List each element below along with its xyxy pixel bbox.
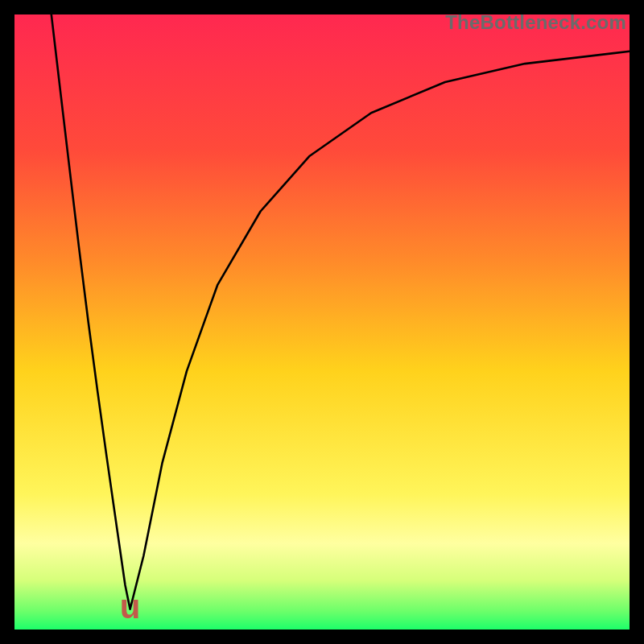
gradient-background — [14, 14, 630, 630]
plot-frame: u TheBottleneck.com — [14, 14, 630, 630]
bottleneck-chart — [14, 14, 630, 630]
watermark-text: TheBottleneck.com — [445, 11, 626, 34]
minimum-marker: u — [120, 590, 141, 624]
